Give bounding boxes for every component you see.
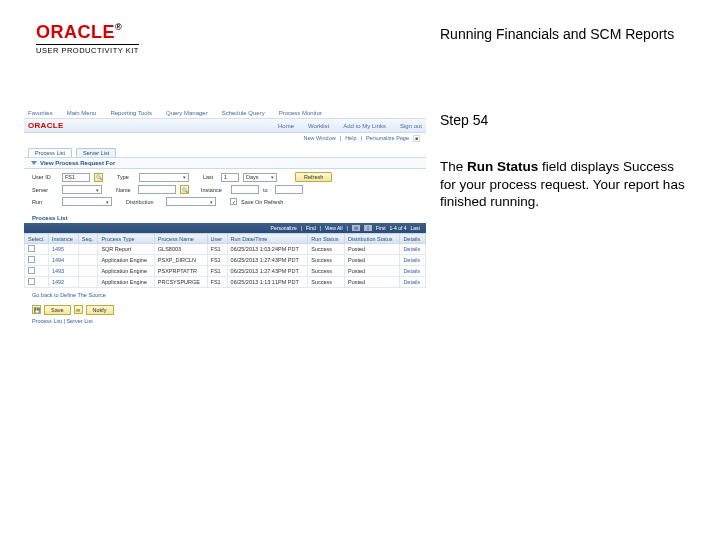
bc-item[interactable]: Query Manager <box>166 110 208 116</box>
cell-ptype: Application Engine <box>98 255 154 266</box>
bc-item[interactable]: Reporting Tools <box>110 110 152 116</box>
input-name[interactable] <box>138 185 176 194</box>
grid-personalize[interactable]: Personalize <box>271 225 297 231</box>
cell-select[interactable] <box>25 266 49 277</box>
cell-runstat: Success <box>308 266 345 277</box>
grid-viewall[interactable]: View All <box>325 225 342 231</box>
grid-first[interactable]: First <box>376 225 386 231</box>
oracle-logo-block: ORACLE® USER PRODUCTIVITY KIT <box>36 22 139 55</box>
tab-process-list[interactable]: Process List <box>28 148 72 157</box>
select-server[interactable]: ▾ <box>62 185 102 194</box>
lbl-run: Run <box>32 199 58 205</box>
col-details[interactable]: Details <box>400 234 426 244</box>
cell-select[interactable] <box>25 244 49 255</box>
select-diststatus[interactable]: ▾ <box>166 197 216 206</box>
bc-item[interactable]: Favorites <box>28 110 53 116</box>
logo-subtitle: USER PRODUCTIVITY KIT <box>36 44 139 55</box>
link-addmylinks[interactable]: Add to My Links <box>343 123 386 129</box>
select-type[interactable]: ▾ <box>139 173 189 182</box>
col-rundt[interactable]: Run Date/Time <box>227 234 308 244</box>
step-label: Step 54 <box>440 112 488 128</box>
checkbox-save-on-refresh[interactable]: ✓ <box>230 198 237 205</box>
tab-server-list[interactable]: Server List <box>76 148 116 157</box>
row-checkbox[interactable] <box>28 245 35 252</box>
download-icon[interactable]: ⇩ <box>364 225 372 231</box>
link-new-window[interactable]: New Window <box>304 135 336 142</box>
bc-item[interactable]: Schedule Query <box>222 110 265 116</box>
col-diststat[interactable]: Distribution Status <box>344 234 399 244</box>
bc-item[interactable]: Process Monitor <box>279 110 322 116</box>
cell-instance[interactable]: 1495 <box>48 244 78 255</box>
button-row: 💾 Save ✉ Notify <box>24 302 426 318</box>
section-title: View Process Request For <box>24 157 426 169</box>
link-personalize[interactable]: Personalize Page <box>366 135 409 142</box>
filter-area: User ID FS1 🔍 Type ▾ Last 1 Days▾ Refres… <box>24 169 426 212</box>
lbl-userid: User ID <box>32 174 58 180</box>
cell-details[interactable]: Details <box>400 244 426 255</box>
app-header-bar: ORACLE Home Worklist Add to My Links Sig… <box>24 119 426 133</box>
col-runstat[interactable]: Run Status <box>308 234 345 244</box>
go-back-link[interactable]: Go back to Define The Source <box>24 288 426 302</box>
link-signout[interactable]: Sign out <box>400 123 422 129</box>
refresh-button[interactable]: Refresh <box>295 172 332 182</box>
cell-instance[interactable]: 1493 <box>48 266 78 277</box>
app-logo: ORACLE <box>28 121 64 130</box>
col-seq[interactable]: Seq. <box>78 234 98 244</box>
grid-toolbar: Personalize| Find| View All| ⊞ ⇩ First 1… <box>24 223 426 233</box>
col-pname[interactable]: Process Name <box>154 234 207 244</box>
input-userid[interactable]: FS1 <box>62 173 90 182</box>
col-select[interactable]: Select <box>25 234 49 244</box>
table-row: 1492Application EnginePRCSYSPURGEFS106/2… <box>25 277 426 288</box>
lbl-type: Type <box>117 174 135 180</box>
input-last[interactable]: 1 <box>221 173 239 182</box>
cell-details[interactable]: Details <box>400 255 426 266</box>
cell-ptype: SQR Report <box>98 244 154 255</box>
col-ptype[interactable]: Process Type <box>98 234 154 244</box>
link-home[interactable]: Home <box>278 123 294 129</box>
cell-pname: PRCSYSPURGE <box>154 277 207 288</box>
grid-find[interactable]: Find <box>306 225 316 231</box>
col-user[interactable]: User <box>207 234 227 244</box>
lookup-icon[interactable]: 🔍 <box>180 185 189 194</box>
cell-instance[interactable]: 1494 <box>48 255 78 266</box>
cell-instance[interactable]: 1492 <box>48 277 78 288</box>
save-button[interactable]: Save <box>44 305 71 315</box>
col-instance[interactable]: Instance <box>48 234 78 244</box>
cell-select[interactable] <box>25 255 49 266</box>
bc-item[interactable]: Main Menu <box>67 110 97 116</box>
cell-details[interactable]: Details <box>400 277 426 288</box>
grid-range: 1-4 of 4 <box>390 225 407 231</box>
link-worklist[interactable]: Worklist <box>308 123 329 129</box>
cell-ptype: Application Engine <box>98 266 154 277</box>
table-header-row: Select Instance Seq. Process Type Proces… <box>25 234 426 244</box>
input-instance-to[interactable] <box>275 185 303 194</box>
grid-last[interactable]: Last <box>411 225 420 231</box>
cell-rundt: 06/25/2013 1:03:24PM PDT <box>227 244 308 255</box>
row-checkbox[interactable] <box>28 256 35 263</box>
cell-pname: PSXP_DIRCLN <box>154 255 207 266</box>
lookup-icon[interactable]: 🔍 <box>94 173 103 182</box>
desc-pre: The <box>440 159 467 174</box>
breadcrumb-bar: Favorites Main Menu Reporting Tools Quer… <box>24 108 426 119</box>
step-description: The Run Status field displays Success fo… <box>440 158 690 211</box>
lbl-name: Name <box>116 187 134 193</box>
chevron-down-icon: ▾ <box>210 199 213 205</box>
row-checkbox[interactable] <box>28 267 35 274</box>
input-instance[interactable] <box>231 185 259 194</box>
save-icon[interactable]: 💾 <box>32 305 41 314</box>
collapse-icon[interactable] <box>31 161 37 165</box>
link-help[interactable]: Help <box>345 135 356 142</box>
notify-icon[interactable]: ✉ <box>74 305 83 314</box>
select-last-unit[interactable]: Days▾ <box>243 173 277 182</box>
http-icon[interactable]: ■ <box>413 135 420 142</box>
row-checkbox[interactable] <box>28 278 35 285</box>
cell-details[interactable]: Details <box>400 266 426 277</box>
cell-rundt: 06/25/2013 1:13:11PM PDT <box>227 277 308 288</box>
notify-button[interactable]: Notify <box>86 305 114 315</box>
select-runstatus[interactable]: ▾ <box>62 197 112 206</box>
bottom-tab-links[interactable]: Process List | Server List <box>24 318 426 324</box>
cell-select[interactable] <box>25 277 49 288</box>
lbl-save-on-refresh: Save On Refresh <box>241 199 283 205</box>
process-list-title: Process List <box>24 212 426 221</box>
zoom-icon[interactable]: ⊞ <box>352 225 360 231</box>
